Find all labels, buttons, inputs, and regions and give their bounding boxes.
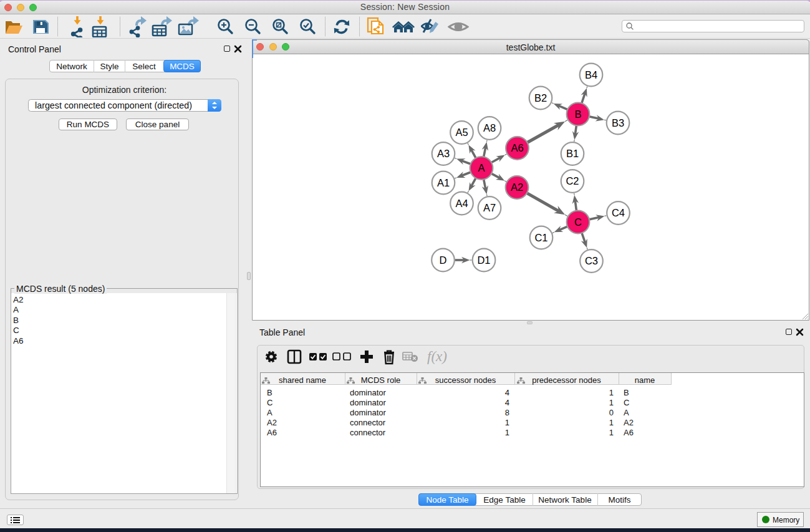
svg-text:C1: C1 [534,232,547,243]
svg-text:C: C [574,216,582,228]
svg-text:B4: B4 [585,69,597,80]
svg-text:A4: A4 [455,198,468,209]
svg-text:D: D [440,254,447,266]
svg-text:B1: B1 [566,148,579,159]
svg-text:C2: C2 [566,175,579,186]
svg-text:B2: B2 [534,92,547,104]
svg-text:A6: A6 [511,142,523,153]
svg-text:A3: A3 [437,148,450,159]
svg-text:A7: A7 [483,202,496,213]
svg-text:A8: A8 [483,122,496,133]
svg-text:A: A [478,162,485,173]
svg-text:A5: A5 [455,127,468,138]
svg-text:D1: D1 [477,254,490,266]
svg-text:B: B [574,109,581,120]
svg-text:A2: A2 [511,181,523,193]
svg-text:A1: A1 [437,177,450,188]
svg-text:B3: B3 [612,117,624,128]
svg-text:C3: C3 [585,255,598,266]
svg-text:C4: C4 [612,207,625,218]
